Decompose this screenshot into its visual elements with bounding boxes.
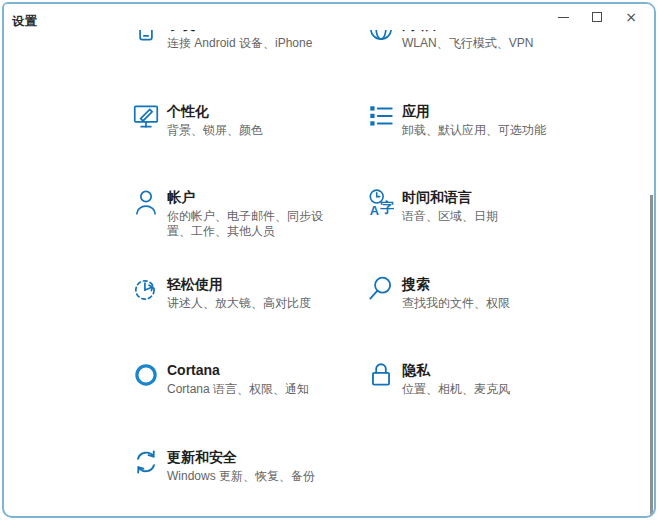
tile-title: 手机 (167, 30, 312, 33)
tile-update-security[interactable]: 更新和安全 Windows 更新、恢复、备份 (133, 448, 357, 484)
phone-icon (133, 30, 159, 45)
tile-search[interactable]: 搜索 查找我的文件、权限 (368, 275, 592, 311)
tile-title: 应用 (402, 103, 546, 120)
tile-subtitle: 背景、锁屏、颜色 (167, 123, 263, 138)
svg-text:A: A (370, 203, 379, 218)
search-icon (368, 275, 394, 305)
tile-title: 帐户 (167, 189, 329, 206)
tile-title: 隐私 (402, 362, 510, 379)
update-icon (133, 448, 159, 478)
time-language-icon: A 字 (368, 188, 394, 218)
cortana-icon (133, 361, 159, 391)
window-controls: × (546, 4, 648, 30)
tile-subtitle: Windows 更新、恢复、备份 (167, 469, 315, 484)
apps-list-icon (368, 102, 394, 132)
tile-subtitle: WLAN、飞行模式、VPN (402, 36, 533, 51)
tile-ease-of-access[interactable]: 轻松使用 讲述人、放大镜、高对比度 (133, 275, 357, 311)
tile-title: 网络和 Internet (402, 30, 533, 33)
tile-apps[interactable]: 应用 卸载、默认应用、可选功能 (368, 102, 592, 138)
tile-privacy[interactable]: 隐私 位置、相机、麦克风 (368, 361, 592, 397)
tile-subtitle: 卸载、默认应用、可选功能 (402, 123, 546, 138)
tile-title: 更新和安全 (167, 449, 315, 466)
title-bar: 设置 × (4, 4, 654, 30)
close-button[interactable]: × (614, 4, 648, 30)
vertical-scrollbar-thumb[interactable] (650, 195, 653, 518)
tile-accounts[interactable]: 帐户 你的帐户、电子邮件、同步设置、工作、其他人员 (133, 188, 357, 239)
personalization-icon (133, 102, 159, 132)
maximize-icon (592, 12, 602, 22)
tile-subtitle: 查找我的文件、权限 (402, 296, 510, 311)
tile-title: 个性化 (167, 103, 263, 120)
tile-title: 轻松使用 (167, 276, 311, 293)
tile-personalization[interactable]: 个性化 背景、锁屏、颜色 (133, 102, 357, 138)
maximize-button[interactable] (580, 4, 614, 30)
tile-subtitle: 讲述人、放大镜、高对比度 (167, 296, 311, 311)
tile-network[interactable]: 网络和 Internet WLAN、飞行模式、VPN (368, 30, 592, 51)
minimize-icon (558, 17, 569, 18)
tile-phone[interactable]: 手机 连接 Android 设备、iPhone (133, 30, 357, 51)
tile-title: 时间和语言 (402, 189, 498, 206)
tile-title: 搜索 (402, 276, 510, 293)
tile-subtitle: Cortana 语言、权限、通知 (167, 382, 309, 397)
tile-subtitle: 连接 Android 设备、iPhone (167, 36, 312, 51)
tile-cortana[interactable]: Cortana Cortana 语言、权限、通知 (133, 361, 357, 397)
ease-of-access-icon (133, 275, 159, 305)
globe-icon (368, 30, 394, 45)
tile-time-language[interactable]: A 字 时间和语言 语音、区域、日期 (368, 188, 592, 224)
minimize-button[interactable] (546, 4, 580, 30)
person-icon (133, 188, 159, 218)
settings-window: 设置 × 手机 连接 Android 设备、iPhone (2, 2, 656, 518)
window-title: 设置 (12, 13, 38, 30)
tile-subtitle: 语音、区域、日期 (402, 209, 498, 224)
lock-icon (368, 361, 394, 391)
svg-text:字: 字 (380, 199, 394, 215)
tile-subtitle: 位置、相机、麦克风 (402, 382, 510, 397)
tile-subtitle: 你的帐户、电子邮件、同步设置、工作、其他人员 (167, 209, 329, 239)
tile-title: Cortana (167, 362, 309, 379)
settings-grid: 手机 连接 Android 设备、iPhone 网络和 Internet WLA… (4, 30, 648, 516)
